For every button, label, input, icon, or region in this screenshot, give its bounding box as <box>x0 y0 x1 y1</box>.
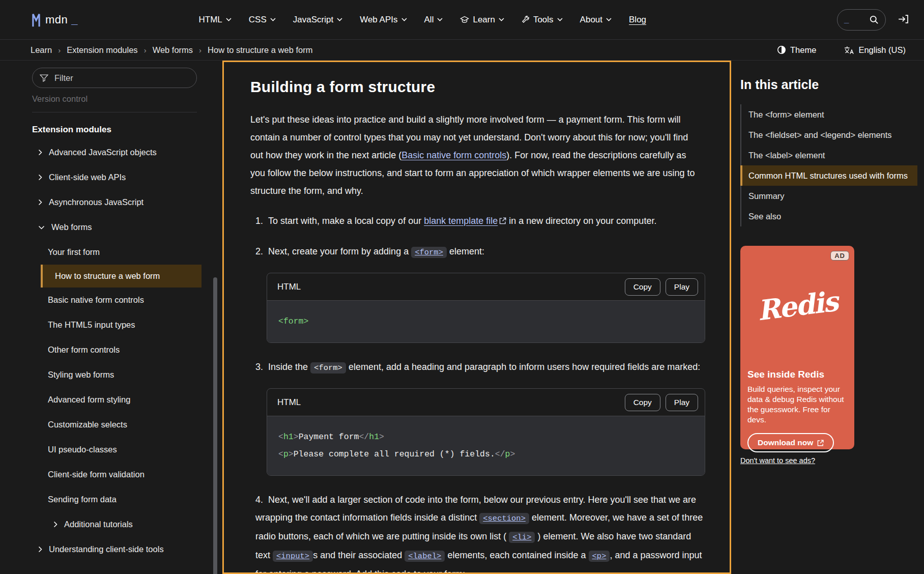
basic-native-form-controls-link[interactable]: Basic native form controls <box>401 150 506 160</box>
step-1: 1.To start with, make a local copy of ou… <box>255 212 703 231</box>
chevron-right-icon <box>38 149 42 156</box>
sidebar-item-customizable-selects[interactable]: Customizable selects <box>32 412 222 437</box>
redis-ad-card[interactable]: AD Redis See inside Redis Build queries,… <box>740 246 854 449</box>
breadcrumb-current-page[interactable]: How to structure a web form <box>208 45 312 55</box>
breadcrumb-bar: Learn › Extension modules › Web forms › … <box>0 40 924 61</box>
download-now-button[interactable]: Download now <box>747 433 834 452</box>
nav-learn-menu[interactable]: Learn <box>460 15 504 25</box>
sidebar-item-version-control[interactable]: Version control <box>32 94 222 104</box>
sidebar-item-label: Asynchronous JavaScript <box>49 196 143 208</box>
sidebar-filter[interactable] <box>32 68 197 88</box>
li-element-link[interactable]: <li> <box>509 532 535 543</box>
nav-javascript-menu[interactable]: JavaScript <box>293 15 342 25</box>
nav-css-menu[interactable]: CSS <box>249 15 276 25</box>
sidebar-item-asynchronous-javascript[interactable]: Asynchronous JavaScript <box>32 190 222 215</box>
sidebar-item-label: UI pseudo-classes <box>48 444 117 455</box>
chevron-down-icon <box>270 18 276 21</box>
redis-logo: Redis <box>746 283 849 328</box>
sidebar-item-sending-form-data[interactable]: Sending form data <box>32 487 222 512</box>
language-switcher-button[interactable]: English (US) <box>841 45 909 55</box>
nav-blog-link[interactable]: Blog <box>629 15 646 25</box>
code-token: Payment form <box>299 432 359 442</box>
nav-learn-label: Learn <box>473 15 495 25</box>
translate-icon <box>844 46 854 54</box>
sign-in-button[interactable] <box>898 14 909 25</box>
nav-all-menu[interactable]: All <box>424 15 443 25</box>
code-token: </ <box>495 449 505 459</box>
code-token: h1 <box>283 432 294 442</box>
sidebar-item-the-html5-input-types[interactable]: The HTML5 input types <box>32 312 222 337</box>
sidebar-item-label: Other form controls <box>48 344 120 356</box>
nav-about-label: About <box>580 15 602 25</box>
breadcrumb-separator: › <box>199 46 201 54</box>
sidebar-list: Advanced JavaScript objects Client-side … <box>32 140 222 562</box>
breadcrumb-web-forms[interactable]: Web forms <box>153 45 193 55</box>
toc-item-common-html-structures[interactable]: Common HTML structures used with forms <box>740 165 917 186</box>
nav-web-apis-menu[interactable]: Web APIs <box>360 15 407 25</box>
code-token: < <box>278 449 283 459</box>
breadcrumb-learn[interactable]: Learn <box>31 45 52 55</box>
step-4: 4.Next, we'll add a larger section of co… <box>255 491 703 574</box>
theme-switcher-button[interactable]: Theme <box>774 45 819 55</box>
nav-about-menu[interactable]: About <box>580 15 612 25</box>
blank-template-file-link[interactable]: blank template file <box>424 216 498 226</box>
copy-button[interactable]: Copy <box>625 394 660 411</box>
sidebar-item-how-to-structure-a-web-form[interactable]: How to structure a web form <box>41 265 201 288</box>
nav-html-menu[interactable]: HTML <box>199 15 232 25</box>
sidebar-item-understanding-client-side-tools[interactable]: Understanding client-side tools <box>32 537 222 562</box>
code-block-form: HTML Copy Play <form> <box>267 273 705 343</box>
dismiss-ads-link[interactable]: Don't want to see ads? <box>740 456 815 465</box>
search-input[interactable]: _ <box>837 9 886 31</box>
code-token: p <box>505 449 510 459</box>
sidebar-item-styling-web-forms[interactable]: Styling web forms <box>32 362 222 387</box>
sidebar-item-advanced-javascript-objects[interactable]: Advanced JavaScript objects <box>32 140 222 165</box>
chevron-right-icon <box>38 199 42 206</box>
mdn-logo[interactable]: mdn _ <box>31 12 78 27</box>
play-button[interactable]: Play <box>666 278 698 296</box>
sidebar-scrollbar[interactable] <box>213 277 217 574</box>
sidebar-item-label: Additional tutorials <box>64 519 133 530</box>
sidebar-item-label: Sending form data <box>48 494 117 505</box>
sidebar-item-label: Basic native form controls <box>48 294 144 306</box>
search-icon <box>869 15 879 24</box>
theme-icon <box>777 45 786 54</box>
nav-tools-menu[interactable]: Tools <box>522 15 563 25</box>
sidebar-item-your-first-form[interactable]: Your first form <box>32 240 222 265</box>
toc-item-label-element[interactable]: The <label> element <box>741 145 917 165</box>
chevron-down-icon <box>38 225 45 229</box>
step-2: 2.Next, create your form by adding a <fo… <box>255 243 703 262</box>
label-element-link[interactable]: <label> <box>405 551 445 562</box>
section-element-link[interactable]: <section> <box>479 513 529 524</box>
step-number: 3. <box>255 358 263 376</box>
sidebar-filter-input[interactable] <box>53 73 189 83</box>
nav-tools-label: Tools <box>533 15 554 25</box>
sidebar-item-additional-tutorials[interactable]: Additional tutorials <box>32 512 222 537</box>
toc-item-see-also[interactable]: See also <box>741 206 917 226</box>
toc-item-form-element[interactable]: The <form> element <box>741 104 917 125</box>
copy-button[interactable]: Copy <box>625 278 660 296</box>
sidebar-item-basic-native-form-controls[interactable]: Basic native form controls <box>32 288 222 312</box>
sidebar-item-ui-pseudo-classes[interactable]: UI pseudo-classes <box>32 437 222 462</box>
sidebar-item-client-side-form-validation[interactable]: Client-side form validation <box>32 462 222 487</box>
code-line: <h1>Payment form</h1> <box>278 428 694 446</box>
top-navigation: mdn _ HTML CSS JavaScript Web APIs All <box>0 0 924 40</box>
sidebar-item-web-forms[interactable]: Web forms <box>32 215 222 240</box>
play-button[interactable]: Play <box>666 394 698 411</box>
sidebar-item-client-side-web-apis[interactable]: Client-side web APIs <box>32 165 222 190</box>
sidebar-item-other-form-controls[interactable]: Other form controls <box>32 337 222 362</box>
toc-item-fieldset-legend[interactable]: The <fieldset> and <legend> elements <box>741 125 917 145</box>
form-element-link[interactable]: <form> <box>411 247 447 258</box>
sidebar-item-label: The HTML5 input types <box>48 319 135 331</box>
sidebar-item-advanced-form-styling[interactable]: Advanced form styling <box>32 387 222 412</box>
content-area: Version control Extension modules Advanc… <box>0 61 924 574</box>
sign-in-icon <box>898 14 909 24</box>
code-line: <form> <box>278 313 694 330</box>
toc-item-summary[interactable]: Summary <box>741 186 917 206</box>
mdn-logo-text: mdn <box>45 13 68 26</box>
input-element-link[interactable]: <input> <box>273 551 313 562</box>
nav-web-apis-label: Web APIs <box>360 15 397 25</box>
step-text: element: <box>447 246 484 256</box>
p-element-link[interactable]: <p> <box>589 551 610 562</box>
breadcrumb-extension-modules[interactable]: Extension modules <box>67 45 137 55</box>
download-now-label: Download now <box>758 438 813 447</box>
